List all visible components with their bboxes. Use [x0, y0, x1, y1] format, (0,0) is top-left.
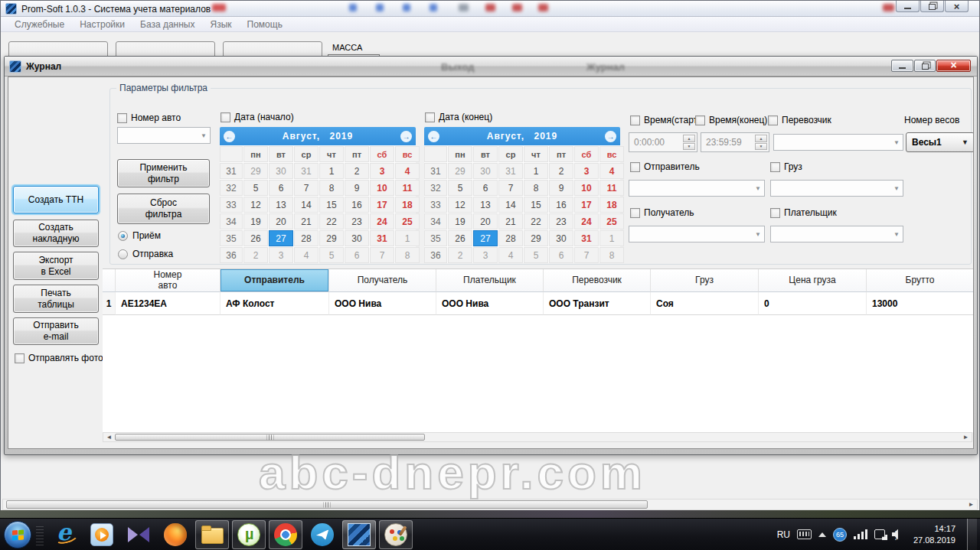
- calendar-day-9[interactable]: 9: [345, 180, 369, 196]
- calendar-day-24[interactable]: 24: [370, 213, 394, 229]
- table-cell[interactable]: ООО Транзит: [544, 292, 651, 315]
- calendar-day-4[interactable]: 4: [395, 163, 420, 179]
- calendar-day-18[interactable]: 18: [599, 197, 624, 213]
- column-header[interactable]: Цена груза: [759, 269, 867, 292]
- calendar-day-25[interactable]: 25: [599, 213, 624, 229]
- calendar-day-24[interactable]: 24: [574, 213, 599, 229]
- power-plug-icon[interactable]: [874, 529, 885, 539]
- time-end-spinner[interactable]: 23:59:59 ▲▼: [701, 132, 769, 152]
- date-start-checkbox[interactable]: [220, 112, 230, 122]
- calendar-day-15[interactable]: 15: [524, 197, 548, 213]
- sender-checkbox-row[interactable]: Отправитель: [630, 161, 700, 172]
- row-number-header[interactable]: [103, 269, 116, 292]
- spinner-arrows-icon[interactable]: ▲▼: [683, 135, 695, 150]
- calendar-day-29[interactable]: 29: [448, 163, 472, 179]
- calendar-day-5[interactable]: 5: [319, 247, 344, 263]
- calendar-day-21[interactable]: 21: [498, 213, 523, 229]
- calendar-day-3[interactable]: 3: [473, 247, 498, 263]
- calendar-day-12[interactable]: 12: [448, 197, 472, 213]
- scales-dropdown[interactable]: Весы1 ▼: [906, 132, 974, 152]
- table-cell[interactable]: АЕ1234ЕА: [116, 292, 220, 315]
- calendar-day-29[interactable]: 29: [524, 230, 548, 246]
- calendar-day-7[interactable]: 7: [574, 247, 599, 263]
- table-cell[interactable]: Соя: [651, 292, 759, 315]
- calendar-day-29[interactable]: 29: [243, 163, 268, 179]
- calendar-day-20[interactable]: 20: [269, 213, 293, 229]
- calendar-day-6[interactable]: 6: [473, 180, 498, 196]
- calendar-day-31[interactable]: 31: [294, 163, 318, 179]
- cargo-checkbox[interactable]: [770, 162, 780, 172]
- taskbar-icon-media-player[interactable]: [85, 520, 119, 549]
- calendar-day-1[interactable]: 1: [524, 163, 548, 179]
- calendar-day-1[interactable]: 1: [319, 163, 344, 179]
- column-header[interactable]: Плательщик: [436, 269, 544, 292]
- calendar-day-2[interactable]: 2: [345, 163, 369, 179]
- payer-combo[interactable]: ▼: [770, 226, 903, 242]
- calendar-day-10[interactable]: 10: [574, 180, 599, 196]
- calendar-day-27[interactable]: 27: [269, 230, 293, 246]
- calendar-day-16[interactable]: 16: [549, 197, 573, 213]
- taskbar-icon-prom-soft[interactable]: [342, 520, 376, 549]
- calendar-day-8[interactable]: 8: [395, 247, 420, 263]
- truck-number-checkbox[interactable]: [117, 113, 127, 123]
- table-cell[interactable]: ООО Нива: [436, 292, 544, 315]
- calendar-day-11[interactable]: 11: [599, 180, 624, 196]
- calendar-day-3[interactable]: 3: [574, 163, 599, 179]
- taskbar-icon-chrome[interactable]: [269, 520, 302, 549]
- clock[interactable]: 14:17 27.08.2019: [905, 523, 956, 546]
- taskbar-icon-paint[interactable]: [379, 520, 413, 549]
- column-header[interactable]: Номер авто: [116, 269, 220, 292]
- calendar-day-14[interactable]: 14: [498, 197, 523, 213]
- calendar-day-19[interactable]: 19: [243, 213, 268, 229]
- calendar-day-26[interactable]: 26: [243, 230, 268, 246]
- sidebar-button-3[interactable]: Экспорт в Excel: [13, 252, 99, 280]
- table-cell[interactable]: 13000: [867, 292, 973, 315]
- main-title-bar[interactable]: Prom-Soft 1.0.3 - Система учета материал…: [1, 1, 979, 17]
- calendar-day-25[interactable]: 25: [395, 213, 420, 229]
- truck-number-checkbox-row[interactable]: Номер авто: [117, 112, 181, 123]
- main-horizontal-scrollbar[interactable]: ►: [2, 499, 978, 510]
- taskbar-icon-telegram[interactable]: [305, 520, 339, 549]
- table-horizontal-scrollbar[interactable]: ◄ ►: [103, 432, 972, 442]
- sidebar-button-4[interactable]: Печать таблицы: [13, 285, 99, 313]
- calendar-day-30[interactable]: 30: [473, 163, 498, 179]
- calendar-day-5[interactable]: 5: [243, 180, 268, 196]
- column-header[interactable]: Отправитель: [220, 269, 329, 292]
- send-photo-checkbox[interactable]: [15, 353, 24, 363]
- menu-item-2[interactable]: Настройки: [72, 19, 132, 30]
- calendar-day-31[interactable]: 31: [498, 163, 523, 179]
- calendar-day-1[interactable]: 1: [599, 230, 624, 246]
- time-end-checkbox-row[interactable]: Время(конец): [695, 115, 767, 125]
- mode-radio-1[interactable]: Приём: [118, 229, 173, 242]
- calendar-prev-icon[interactable]: ←: [428, 131, 439, 142]
- calendar-day-16[interactable]: 16: [345, 197, 369, 213]
- close-button[interactable]: [945, 1, 969, 12]
- cargo-checkbox-row[interactable]: Груз: [770, 161, 802, 172]
- calendar-day-4[interactable]: 4: [599, 163, 624, 179]
- calendar-day-5[interactable]: 5: [524, 247, 548, 263]
- date-end-checkbox-row[interactable]: Дата (конец): [425, 112, 492, 122]
- time-start-spinner[interactable]: 0:00:00 ▲▼: [629, 132, 697, 152]
- apply-filter-button[interactable]: Применить фильтр: [117, 159, 210, 187]
- journal-maximize-button[interactable]: [914, 60, 936, 72]
- date-end-checkbox[interactable]: [425, 112, 435, 122]
- calendar-day-8[interactable]: 8: [319, 180, 344, 196]
- scrollbar-thumb[interactable]: [115, 434, 425, 441]
- calendar-day-8[interactable]: 8: [599, 247, 624, 263]
- carrier-checkbox[interactable]: [768, 116, 778, 125]
- calendar-day-23[interactable]: 23: [549, 213, 573, 229]
- taskbar-icon-firefox[interactable]: [158, 520, 192, 549]
- calendar-day-12[interactable]: 12: [243, 197, 268, 213]
- network-signal-icon[interactable]: [854, 529, 867, 539]
- time-start-checkbox[interactable]: [630, 116, 640, 125]
- calendar-day-14[interactable]: 14: [294, 197, 318, 213]
- calendar-prev-icon[interactable]: ←: [224, 131, 235, 142]
- carrier-checkbox-row[interactable]: Перевозчик: [768, 115, 831, 125]
- time-start-checkbox-row[interactable]: Время(старт): [630, 115, 701, 125]
- calendar-day-30[interactable]: 30: [549, 230, 573, 246]
- keyboard-icon[interactable]: [797, 529, 812, 539]
- receiver-combo[interactable]: ▼: [629, 226, 765, 242]
- language-indicator[interactable]: RU: [777, 529, 790, 540]
- calendar-day-22[interactable]: 22: [524, 213, 548, 229]
- calendar-day-28[interactable]: 28: [498, 230, 523, 246]
